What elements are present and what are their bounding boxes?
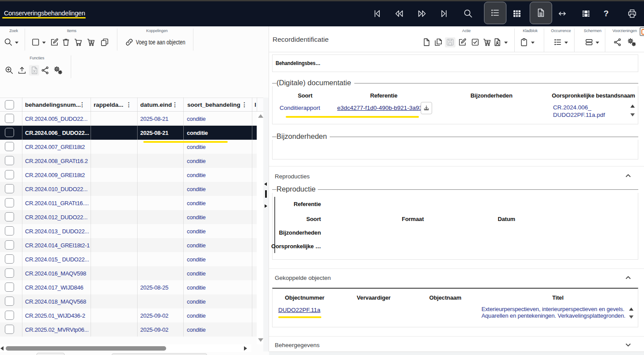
section-header-gekoppelde-objecten[interactable]: Gekoppelde objecten <box>275 275 331 281</box>
table-row[interactable]: CR.2024.010_DUDO22... conditie <box>0 182 257 196</box>
expand-horizontal-icon[interactable] <box>557 8 568 19</box>
settings-gears-icon[interactable] <box>627 37 637 47</box>
column-header-behandelingsnummer[interactable]: behandelingsnum... <box>25 101 81 108</box>
column-header-soort-behandeling[interactable]: soort_behandeling <box>187 101 240 108</box>
occurrence-list-icon[interactable] <box>553 37 563 47</box>
chevron-up-icon[interactable] <box>626 276 631 279</box>
scroll-down-arrow-icon[interactable] <box>258 338 263 342</box>
table-row[interactable]: CR.2024.005_DUDO22... 2025-08-21 conditi… <box>0 112 257 126</box>
bijzonderheden-box[interactable] <box>272 140 638 159</box>
row-checkbox[interactable] <box>5 156 14 165</box>
screens-dropdown-caret-icon[interactable] <box>596 41 600 44</box>
report-dropdown-caret-icon[interactable] <box>504 41 508 44</box>
basket-add-icon[interactable] <box>482 37 492 47</box>
occurrence-down-icon[interactable] <box>629 315 633 319</box>
table-row[interactable]: CR.2024.016_MAQV598 conditie <box>0 266 257 280</box>
row-checkbox[interactable] <box>5 268 14 278</box>
share-icon[interactable] <box>40 65 50 75</box>
section-header-reproducties[interactable]: Reproducties <box>275 173 310 180</box>
occurrence-up-icon[interactable] <box>629 308 633 311</box>
list-view-button[interactable] <box>484 2 506 24</box>
vertical-scrollbar[interactable] <box>257 112 263 344</box>
next-record-icon[interactable] <box>417 8 427 19</box>
scroll-left-arrow-icon[interactable] <box>0 346 4 351</box>
report-icon[interactable] <box>492 37 502 47</box>
table-row[interactable]: CR.2024.014_GREI18t2-1 conditie <box>0 238 257 252</box>
column-menu-kebab-icon[interactable]: ⋮ <box>126 101 132 108</box>
doc-referentie-link[interactable]: e3dc4277-f1d0-490b-b921-3a93a <box>337 105 421 111</box>
table-view-icon[interactable] <box>512 8 522 19</box>
horizontal-scrollbar-thumb[interactable] <box>6 346 166 351</box>
section-header-beheergegevens[interactable]: Beheergegevens <box>275 342 320 348</box>
column-header-rappeldatum[interactable]: rappelda... <box>94 101 124 108</box>
column-menu-kebab-icon[interactable]: ⋮ <box>241 101 247 108</box>
row-checkbox[interactable] <box>5 114 14 123</box>
skip-to-first-icon[interactable] <box>372 8 382 19</box>
delete-record-icon[interactable] <box>61 37 71 47</box>
column-menu-kebab-icon[interactable]: ⋮ <box>172 101 178 108</box>
search-icon[interactable] <box>463 8 473 19</box>
occurrence-dropdown-caret-icon[interactable] <box>564 41 568 44</box>
table-row[interactable]: CR.2025.01_WIJD436-2 2025-09-02 conditie <box>0 308 257 322</box>
column-menu-kebab-icon[interactable]: ⋮ <box>79 101 85 108</box>
column-header-datum-eind[interactable]: datum.eind <box>140 101 172 108</box>
basket-add-icon[interactable] <box>86 37 96 47</box>
horizontal-scrollbar[interactable] <box>0 344 251 352</box>
edit-record-icon[interactable] <box>458 37 467 47</box>
search-dropdown-caret-icon[interactable] <box>15 41 19 44</box>
row-checkbox[interactable] <box>5 240 14 250</box>
table-row[interactable]: CR.2024.013_ DUDO22... conditie <box>0 224 257 238</box>
table-row[interactable]: CR.2024.015_ DUDO22... conditie <box>0 252 257 266</box>
clipboard-icon[interactable] <box>519 37 529 47</box>
chevron-up-icon[interactable] <box>626 174 631 178</box>
doc-soort-value[interactable]: Conditierapport <box>280 105 320 111</box>
settings-gears-icon[interactable] <box>53 65 63 75</box>
table-row[interactable]: CR.2024.017_WIJD846 2025-08-25 conditie <box>0 280 257 294</box>
doc-bestandsnaam-value[interactable]: CR.2024.006_DUDO22PF.11a.pdf <box>553 104 605 119</box>
upload-icon[interactable] <box>17 65 27 75</box>
screens-icon[interactable] <box>584 37 594 47</box>
clipboard-dropdown-caret-icon[interactable] <box>531 41 535 44</box>
add-to-objects-button[interactable]: Voeg toe aan objecten <box>136 39 186 46</box>
search-icon[interactable] <box>4 37 13 47</box>
row-checkbox[interactable] <box>5 184 14 193</box>
row-checkbox[interactable] <box>5 198 14 207</box>
cutoff-corner-button[interactable] <box>640 27 644 36</box>
scroll-right-arrow-icon[interactable] <box>244 346 247 351</box>
row-checkbox[interactable] <box>5 254 14 264</box>
print-icon[interactable] <box>627 8 637 19</box>
validate-record-icon[interactable] <box>470 37 480 47</box>
new-record-icon[interactable] <box>422 37 431 47</box>
row-checkbox[interactable] <box>5 226 14 235</box>
row-checkbox[interactable] <box>5 142 14 151</box>
gek-objectnummer-link[interactable]: DUDO22PF.11a <box>278 307 320 313</box>
table-row[interactable]: CR.2025.02_MVRVtp06... 2025-09-02 condit… <box>0 322 257 337</box>
edit-record-icon[interactable] <box>50 37 59 47</box>
zoom-in-icon[interactable] <box>4 65 14 75</box>
table-row[interactable]: CR.2024.018_MAQV568 conditie <box>0 294 257 308</box>
splitter-collapse-left-icon[interactable] <box>264 182 267 186</box>
help-icon[interactable]: ? <box>604 9 609 18</box>
scroll-up-arrow-icon[interactable] <box>258 114 263 118</box>
row-checkbox[interactable] <box>5 170 14 179</box>
row-checkbox[interactable] <box>5 325 14 334</box>
splitter-collapse-right-icon[interactable] <box>265 204 267 208</box>
chevron-down-icon[interactable] <box>626 343 631 347</box>
record-view-button[interactable] <box>530 2 552 24</box>
select-all-checkbox[interactable] <box>5 100 14 109</box>
previous-record-icon[interactable] <box>394 8 404 19</box>
row-checkbox[interactable] <box>5 128 14 137</box>
row-checkbox[interactable] <box>5 297 14 306</box>
media-view-icon[interactable] <box>581 8 591 19</box>
skip-to-last-icon[interactable] <box>439 8 449 19</box>
occurrence-up-icon[interactable] <box>630 105 635 108</box>
copy-record-icon[interactable] <box>100 37 109 47</box>
table-row[interactable]: CR.2024.009_GREI18t2 conditie <box>0 168 257 182</box>
select-square-icon[interactable] <box>31 37 40 47</box>
table-row[interactable]: CR.2024.006_ DUDO22... 2025-08-21 condit… <box>0 126 257 140</box>
occurrence-down-icon[interactable] <box>630 113 635 116</box>
select-dropdown-caret-icon[interactable] <box>42 41 46 44</box>
download-button[interactable] <box>421 102 432 114</box>
copy-record-icon[interactable] <box>433 37 443 47</box>
row-checkbox[interactable] <box>5 283 14 292</box>
